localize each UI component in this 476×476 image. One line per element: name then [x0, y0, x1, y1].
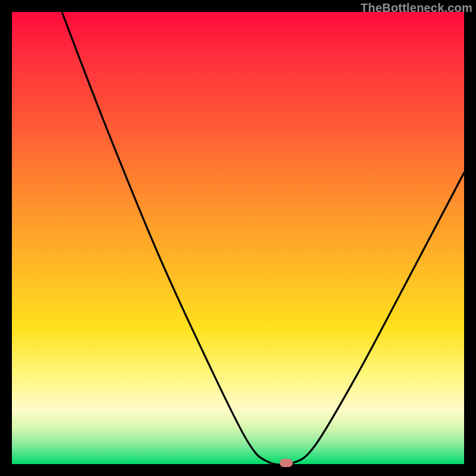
minimum-marker-icon [280, 459, 293, 467]
curve-path [62, 12, 464, 464]
chart-container: TheBottleneck.com [0, 0, 476, 476]
chart-plot-area [12, 12, 464, 464]
bottleneck-curve [12, 12, 464, 464]
